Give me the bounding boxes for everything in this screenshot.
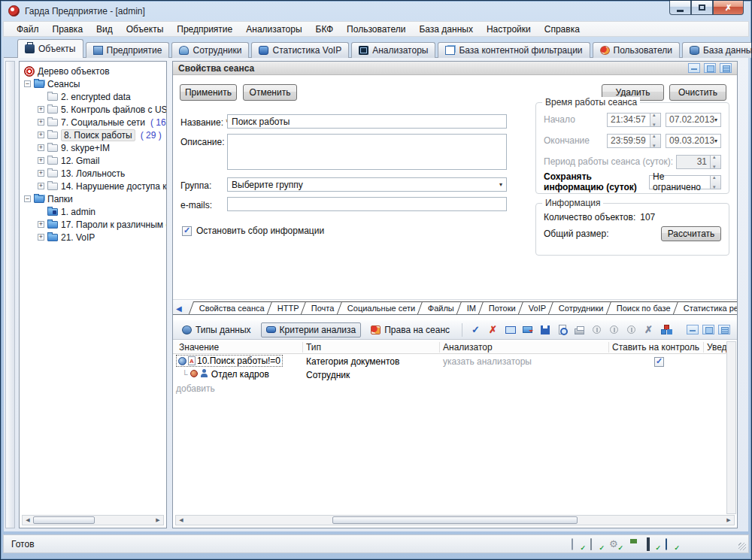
title-bar[interactable]: Гарда Предприятие - [admin] xyxy=(1,1,751,21)
tree-item-folder-admin[interactable]: 1. admin xyxy=(20,205,166,218)
expand-icon[interactable] xyxy=(38,234,44,241)
column-header-analyzer[interactable]: Анализатор xyxy=(443,342,493,353)
tree-item-session-8-selected[interactable]: 8. Поиск работы ( 29 ) xyxy=(20,129,166,141)
menu-objects[interactable]: Объекты xyxy=(120,23,171,36)
scroll-right-icon[interactable]: ▶ xyxy=(723,516,734,525)
column-header-monitor[interactable]: Ставить на контроль xyxy=(612,342,699,353)
end-date-field[interactable]: 09.03.2013 ▾ xyxy=(666,134,721,148)
detail-tab-social[interactable]: Социальные сети xyxy=(337,301,426,314)
clear-button[interactable]: Очистить xyxy=(669,84,726,101)
tree-item-session-2[interactable]: 2. encrypted data xyxy=(20,90,166,103)
criteria-row-category[interactable]: A 10.Поиск работы!=0 Категория документо… xyxy=(173,354,726,368)
column-header-value[interactable]: Значение xyxy=(179,342,219,353)
minimize-button[interactable] xyxy=(669,1,691,15)
menu-settings[interactable]: Настройки xyxy=(480,23,538,36)
tab-objects[interactable]: Объекты xyxy=(17,39,83,58)
expand-icon[interactable] xyxy=(38,170,44,177)
view-data-types-button[interactable]: Типы данных xyxy=(177,322,256,338)
period-spinner[interactable] xyxy=(711,155,721,169)
menu-help[interactable]: Справка xyxy=(538,23,587,36)
save-icon[interactable] xyxy=(538,323,551,336)
license-flag-status-icon[interactable] xyxy=(628,539,640,549)
tree-root[interactable]: Дерево объектов xyxy=(20,65,166,77)
focused-cell[interactable]: A 10.Поиск работы!=0 xyxy=(176,355,283,367)
tree-item-session-5[interactable]: 5. Контроль файлов с USB пс xyxy=(20,103,166,116)
subpanel-maximize-button[interactable] xyxy=(702,325,714,334)
tab-voip-stats[interactable]: Статистика VoIP xyxy=(251,42,349,58)
keep-info-spinner[interactable] xyxy=(711,175,721,189)
panel-horizontal-scrollbar[interactable]: ◀ ▶ xyxy=(175,515,735,525)
cancel-button[interactable]: Отменить xyxy=(243,84,297,101)
export-computer-icon[interactable] xyxy=(504,323,517,336)
tree-item-session-13[interactable]: 13. Лояльность xyxy=(20,167,166,180)
column-header-type[interactable]: Тип xyxy=(306,342,321,353)
services-gear-status-icon[interactable]: ⚙✓ xyxy=(609,539,621,549)
maximize-button[interactable] xyxy=(691,1,713,15)
scroll-left-icon[interactable]: ◀ xyxy=(23,516,33,525)
collapse-icon[interactable] xyxy=(24,195,31,202)
subpanel-minimize-button[interactable] xyxy=(687,325,699,334)
period-field[interactable]: 31 xyxy=(676,155,711,169)
detail-tab-employees[interactable]: Сотрудники xyxy=(548,301,614,314)
menu-edit[interactable]: Правка xyxy=(46,23,90,36)
collapse-icon[interactable] xyxy=(24,80,31,87)
table-vertical-scrollbar[interactable] xyxy=(726,341,736,514)
panel-minimize-button[interactable] xyxy=(688,63,700,73)
menu-file[interactable]: Файл xyxy=(10,23,46,36)
attachment-disabled-icon-1[interactable] xyxy=(590,323,603,336)
confirm-check-icon[interactable]: ✓ xyxy=(469,323,482,336)
network-monitor-status-icon[interactable]: ✓ xyxy=(647,539,659,549)
subpanel-restore-button[interactable] xyxy=(718,325,730,334)
view-criteria-button[interactable]: Критерии анализа xyxy=(261,322,362,338)
stop-collection-row[interactable]: Остановить сбор информации xyxy=(182,226,324,236)
expand-icon[interactable] xyxy=(38,119,44,126)
stop-collection-checkbox[interactable] xyxy=(182,226,192,236)
detail-tab-http-stats[interactable]: Статистика ресурсов HTTP xyxy=(673,301,737,314)
database-status-icon[interactable]: ✓ xyxy=(590,539,602,549)
attachment-disabled-icon-2[interactable] xyxy=(608,323,620,336)
scroll-left-icon[interactable]: ◀ xyxy=(176,516,186,525)
detail-tab-properties[interactable]: Свойства сеанса xyxy=(189,301,275,314)
cut-network-icon[interactable]: ✗ xyxy=(642,323,655,336)
criteria-row-employee[interactable]: └ Отдел кадров Сотрудник xyxy=(173,368,726,381)
network-map-icon[interactable] xyxy=(660,323,672,336)
menu-enterprise[interactable]: Предприятие xyxy=(170,23,239,36)
resize-grip[interactable] xyxy=(738,543,746,550)
column-header-notify[interactable]: Увед xyxy=(707,342,727,353)
expand-icon[interactable] xyxy=(38,132,44,138)
close-button[interactable]: ✗ xyxy=(713,1,744,15)
tab-employees[interactable]: Сотрудники xyxy=(171,42,249,58)
storage-status-icon[interactable]: ✓ xyxy=(666,539,678,549)
keep-info-field[interactable]: Не ограничено xyxy=(649,175,711,189)
tree-item-session-9[interactable]: 9. skype+IM xyxy=(20,141,166,154)
group-select[interactable]: Выберите группу ▾ xyxy=(227,177,507,192)
tab-content-filter[interactable]: База контентной фильтрации xyxy=(438,42,590,58)
menu-database[interactable]: База данных xyxy=(412,23,479,36)
print-icon[interactable] xyxy=(573,323,586,336)
expand-icon[interactable] xyxy=(38,157,44,164)
drive-status-icon[interactable]: ✓ xyxy=(572,539,584,549)
panel-restore-button[interactable] xyxy=(720,63,732,73)
tab-database[interactable]: База данных xyxy=(682,42,752,58)
end-time-field[interactable]: 23:59:59 xyxy=(607,134,650,148)
remove-cross-icon[interactable]: ✗ xyxy=(487,323,499,336)
menu-bkf[interactable]: БКФ xyxy=(309,23,341,36)
tree-item-folder-17[interactable]: 17. Пароли к различным сер xyxy=(20,218,166,231)
tab-users[interactable]: Пользователи xyxy=(593,42,680,58)
attachment-disabled-icon-3[interactable] xyxy=(625,323,638,336)
tab-enterprise[interactable]: Предприятие xyxy=(86,42,170,58)
menu-users[interactable]: Пользователи xyxy=(340,23,412,36)
apply-button[interactable]: Применить xyxy=(180,84,237,101)
scroll-thumb[interactable] xyxy=(33,516,95,524)
tree-group-folders[interactable]: Папки xyxy=(20,192,166,205)
tree-item-folder-21[interactable]: 21. VoIP xyxy=(20,231,166,244)
scroll-right-icon[interactable]: ▶ xyxy=(153,516,163,525)
calculate-button[interactable]: Рассчитать xyxy=(661,226,721,241)
tree-item-session-7[interactable]: 7. Социальные сети ( 162 ) xyxy=(20,116,166,129)
tree-horizontal-scrollbar[interactable]: ◀ ▶ xyxy=(22,515,164,525)
add-criterion-link[interactable]: добавить xyxy=(176,383,215,394)
tabs-scroll-left-icon[interactable]: ◀ xyxy=(176,302,182,314)
detail-tab-db-search[interactable]: Поиск по базе xyxy=(606,301,681,314)
start-time-spinner[interactable] xyxy=(650,113,661,127)
preview-document-icon[interactable] xyxy=(556,323,569,336)
